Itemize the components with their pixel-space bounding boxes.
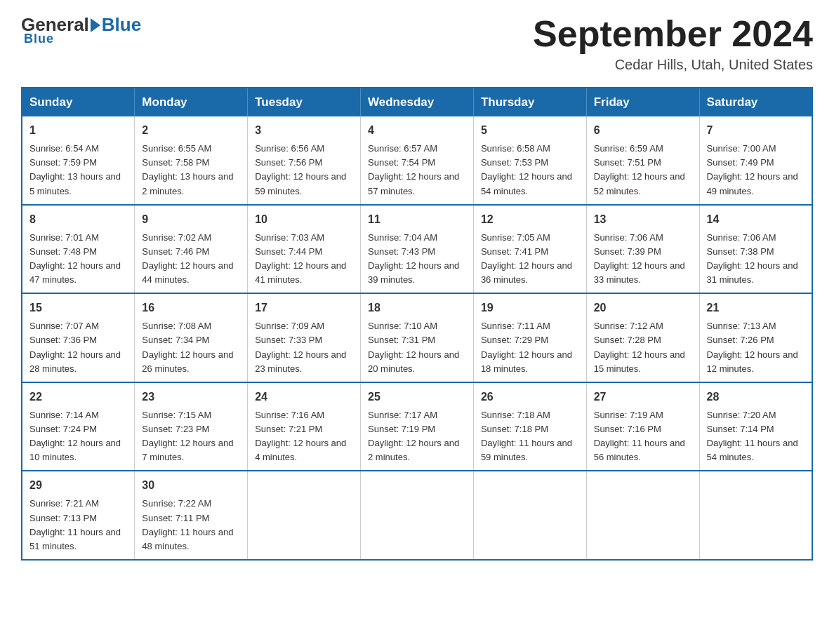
day-info: Sunrise: 7:04 AM Sunset: 7:43 PM Dayligh… <box>368 231 466 288</box>
sunrise-label: Sunrise: 7:05 AM <box>481 232 550 243</box>
calendar-day-cell: 21 Sunrise: 7:13 AM Sunset: 7:26 PM Dayl… <box>699 293 812 382</box>
sunrise-label: Sunrise: 7:03 AM <box>255 232 324 243</box>
daylight-label: Daylight: 12 hours and 54 minutes. <box>481 171 572 196</box>
day-info: Sunrise: 7:14 AM Sunset: 7:24 PM Dayligh… <box>29 408 127 465</box>
header-sunday: Sunday <box>22 88 135 116</box>
sunset-label: Sunset: 7:58 PM <box>142 157 209 168</box>
calendar-day-cell: 3 Sunrise: 6:56 AM Sunset: 7:56 PM Dayli… <box>248 116 361 205</box>
calendar-day-cell: 12 Sunrise: 7:05 AM Sunset: 7:41 PM Dayl… <box>473 205 586 294</box>
sunrise-label: Sunrise: 7:16 AM <box>255 410 324 420</box>
sunrise-label: Sunrise: 7:22 AM <box>142 498 211 509</box>
sunrise-label: Sunrise: 7:14 AM <box>29 410 99 420</box>
day-info: Sunrise: 6:59 AM Sunset: 7:51 PM Dayligh… <box>594 142 692 199</box>
sunrise-label: Sunrise: 7:10 AM <box>368 321 437 331</box>
day-number: 11 <box>368 211 466 228</box>
day-number: 14 <box>707 211 805 228</box>
sunset-label: Sunset: 7:59 PM <box>29 157 97 168</box>
day-info: Sunrise: 7:02 AM Sunset: 7:46 PM Dayligh… <box>142 231 240 288</box>
logo-tagline: Blue <box>24 32 54 46</box>
sunrise-label: Sunrise: 7:04 AM <box>368 232 437 243</box>
calendar-day-cell: 2 Sunrise: 6:55 AM Sunset: 7:58 PM Dayli… <box>135 116 248 205</box>
sunset-label: Sunset: 7:18 PM <box>481 424 548 434</box>
calendar-day-cell: 28 Sunrise: 7:20 AM Sunset: 7:14 PM Dayl… <box>699 382 812 471</box>
calendar-day-cell: 8 Sunrise: 7:01 AM Sunset: 7:48 PM Dayli… <box>22 205 135 294</box>
calendar-week-row: 8 Sunrise: 7:01 AM Sunset: 7:48 PM Dayli… <box>22 205 812 294</box>
sunrise-label: Sunrise: 7:21 AM <box>29 498 99 509</box>
day-number: 25 <box>368 389 466 405</box>
day-info: Sunrise: 7:05 AM Sunset: 7:41 PM Dayligh… <box>481 231 579 288</box>
day-number: 26 <box>481 389 579 405</box>
calendar-week-row: 29 Sunrise: 7:21 AM Sunset: 7:13 PM Dayl… <box>22 471 812 560</box>
day-number: 24 <box>255 389 353 405</box>
sunrise-label: Sunrise: 7:18 AM <box>481 410 550 420</box>
day-info: Sunrise: 7:12 AM Sunset: 7:28 PM Dayligh… <box>594 319 692 376</box>
sunrise-label: Sunrise: 7:11 AM <box>481 321 550 331</box>
calendar-day-cell: 16 Sunrise: 7:08 AM Sunset: 7:34 PM Dayl… <box>135 293 248 382</box>
sunset-label: Sunset: 7:16 PM <box>594 424 661 434</box>
header-wednesday: Wednesday <box>361 88 474 116</box>
daylight-label: Daylight: 12 hours and 2 minutes. <box>368 438 459 462</box>
location-label: Cedar Hills, Utah, United States <box>533 57 813 73</box>
calendar-day-cell: 27 Sunrise: 7:19 AM Sunset: 7:16 PM Dayl… <box>586 382 699 471</box>
logo-triangle-icon <box>91 18 100 32</box>
day-number: 23 <box>142 389 240 405</box>
calendar-day-cell: 19 Sunrise: 7:11 AM Sunset: 7:29 PM Dayl… <box>473 293 586 382</box>
sunset-label: Sunset: 7:21 PM <box>255 424 322 434</box>
month-title: September 2024 <box>533 14 813 54</box>
logo: General Blue Blue <box>21 14 141 46</box>
calendar-day-cell: 14 Sunrise: 7:06 AM Sunset: 7:38 PM Dayl… <box>699 205 812 294</box>
daylight-label: Daylight: 12 hours and 36 minutes. <box>481 260 572 285</box>
daylight-label: Daylight: 12 hours and 28 minutes. <box>29 349 121 374</box>
day-info: Sunrise: 6:55 AM Sunset: 7:58 PM Dayligh… <box>142 142 240 199</box>
sunset-label: Sunset: 7:26 PM <box>707 335 774 345</box>
day-number: 2 <box>142 122 240 139</box>
weekday-header-row: Sunday Monday Tuesday Wednesday Thursday… <box>22 88 812 116</box>
day-number: 20 <box>594 300 692 316</box>
sunrise-label: Sunrise: 7:06 AM <box>594 232 663 243</box>
day-info: Sunrise: 7:11 AM Sunset: 7:29 PM Dayligh… <box>481 319 579 376</box>
calendar-day-cell: 26 Sunrise: 7:18 AM Sunset: 7:18 PM Dayl… <box>473 382 586 471</box>
calendar-day-cell: 30 Sunrise: 7:22 AM Sunset: 7:11 PM Dayl… <box>135 471 248 560</box>
calendar-day-cell: 24 Sunrise: 7:16 AM Sunset: 7:21 PM Dayl… <box>248 382 361 471</box>
sunrise-label: Sunrise: 7:17 AM <box>368 410 437 420</box>
sunset-label: Sunset: 7:38 PM <box>707 246 774 257</box>
day-info: Sunrise: 7:00 AM Sunset: 7:49 PM Dayligh… <box>707 142 805 199</box>
calendar-day-cell: 17 Sunrise: 7:09 AM Sunset: 7:33 PM Dayl… <box>248 293 361 382</box>
sunset-label: Sunset: 7:24 PM <box>29 424 97 434</box>
daylight-label: Daylight: 13 hours and 5 minutes. <box>29 171 121 196</box>
sunset-label: Sunset: 7:28 PM <box>594 335 661 345</box>
logo-blue-text: Blue <box>102 14 141 36</box>
day-info: Sunrise: 7:01 AM Sunset: 7:48 PM Dayligh… <box>29 231 127 288</box>
sunrise-label: Sunrise: 7:08 AM <box>142 321 211 331</box>
calendar-day-cell: 6 Sunrise: 6:59 AM Sunset: 7:51 PM Dayli… <box>586 116 699 205</box>
sunset-label: Sunset: 7:23 PM <box>142 424 209 434</box>
day-number: 3 <box>255 122 353 139</box>
calendar-day-cell: 23 Sunrise: 7:15 AM Sunset: 7:23 PM Dayl… <box>135 382 248 471</box>
daylight-label: Daylight: 12 hours and 18 minutes. <box>481 349 572 374</box>
title-block: September 2024 Cedar Hills, Utah, United… <box>533 14 813 73</box>
sunset-label: Sunset: 7:41 PM <box>481 246 548 257</box>
daylight-label: Daylight: 11 hours and 56 minutes. <box>594 438 685 462</box>
sunrise-label: Sunrise: 6:58 AM <box>481 143 550 154</box>
calendar-day-cell: 22 Sunrise: 7:14 AM Sunset: 7:24 PM Dayl… <box>22 382 135 471</box>
sunrise-label: Sunrise: 6:54 AM <box>29 143 99 154</box>
sunset-label: Sunset: 7:33 PM <box>255 335 322 345</box>
calendar-day-cell <box>361 471 474 560</box>
day-number: 9 <box>142 211 240 228</box>
calendar-week-row: 15 Sunrise: 7:07 AM Sunset: 7:36 PM Dayl… <box>22 293 812 382</box>
day-info: Sunrise: 7:07 AM Sunset: 7:36 PM Dayligh… <box>29 319 127 376</box>
calendar-day-cell: 11 Sunrise: 7:04 AM Sunset: 7:43 PM Dayl… <box>361 205 474 294</box>
sunrise-label: Sunrise: 6:55 AM <box>142 143 211 154</box>
daylight-label: Daylight: 12 hours and 44 minutes. <box>142 260 233 285</box>
daylight-label: Daylight: 12 hours and 57 minutes. <box>368 171 459 196</box>
day-number: 29 <box>29 477 127 494</box>
day-number: 5 <box>481 122 579 139</box>
calendar-day-cell <box>586 471 699 560</box>
sunset-label: Sunset: 7:48 PM <box>29 246 97 257</box>
daylight-label: Daylight: 12 hours and 59 minutes. <box>255 171 346 196</box>
calendar-day-cell: 1 Sunrise: 6:54 AM Sunset: 7:59 PM Dayli… <box>22 116 135 205</box>
day-number: 22 <box>29 389 127 405</box>
calendar-day-cell: 5 Sunrise: 6:58 AM Sunset: 7:53 PM Dayli… <box>473 116 586 205</box>
sunrise-label: Sunrise: 6:59 AM <box>594 143 663 154</box>
day-number: 7 <box>707 122 805 139</box>
